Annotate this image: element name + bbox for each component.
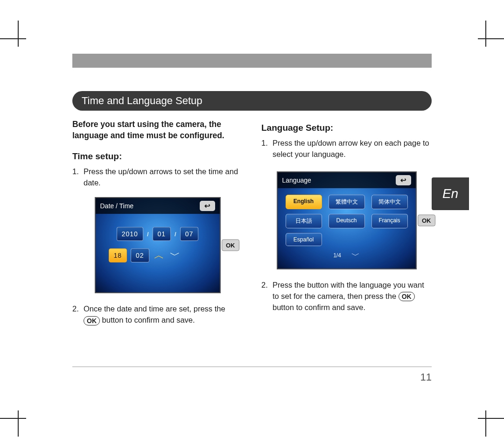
ok-button[interactable]: OK [418, 214, 435, 226]
footer-rule [72, 367, 432, 367]
arrow-down-icon[interactable]: ﹀ [351, 250, 360, 261]
language-title: Language [282, 177, 311, 184]
lang-option-english[interactable]: English [286, 195, 322, 209]
datetime-screen: Date / Time ↩ 2010 / 01 / 07 18 02 ︿ [95, 197, 221, 293]
ok-button[interactable]: OK [222, 240, 239, 251]
page-number: 11 [420, 371, 432, 383]
hour-field[interactable]: 18 [109, 248, 127, 262]
intro-text: Before you start using the camera, the l… [72, 119, 243, 141]
day-field[interactable]: 07 [180, 227, 199, 241]
lang-steps: 1. Press the up/down arrow key on each p… [261, 138, 432, 160]
ok-icon: OK [84, 316, 100, 325]
lang-step-1: 1. Press the up/down arrow key on each p… [261, 138, 432, 160]
year-field[interactable]: 2010 [117, 227, 143, 241]
datetime-screen-wrap: Date / Time ↩ 2010 / 01 / 07 18 02 ︿ [95, 197, 221, 293]
time-step-1-text: Press the up/down arrows to set the time… [84, 167, 238, 187]
language-grid: English 繁體中文 简体中文 日本語 Deutsch Français E… [278, 195, 416, 246]
lang-option-fr[interactable]: Français [371, 214, 408, 228]
datetime-header: Date / Time ↩ [96, 198, 220, 214]
back-button[interactable]: ↩ [200, 201, 215, 211]
header-bar [72, 54, 432, 68]
datetime-title: Date / Time [100, 202, 134, 210]
lang-option-tc[interactable]: 繁體中文 [329, 195, 365, 209]
arrow-down-icon[interactable]: ﹀ [169, 248, 181, 262]
page-content: Time and Language Setup Before you start… [72, 54, 432, 334]
lang-option-es[interactable]: Español [286, 233, 322, 246]
time-setup-heading: Time setup: [72, 151, 243, 162]
time-steps: 1. Press the up/down arrows to set the t… [72, 166, 243, 189]
lang-option-de[interactable]: Deutsch [329, 214, 365, 228]
language-tab: En [432, 177, 469, 210]
minute-field[interactable]: 02 [131, 248, 149, 262]
arrow-up-icon[interactable]: ︿ [153, 248, 165, 262]
page-indicator-row: 1/4 ﹀ [278, 250, 416, 261]
ok-icon: OK [399, 292, 415, 301]
month-field[interactable]: 01 [153, 227, 171, 241]
lang-steps-2: 2. Press the button with the language yo… [261, 280, 432, 313]
time-step-2: 2. Once the date and time are set, press… [72, 304, 243, 326]
page-indicator: 1/4 [333, 252, 341, 259]
date-row: 2010 / 01 / 07 [96, 227, 220, 241]
lang-option-sc[interactable]: 简体中文 [371, 195, 408, 209]
lang-step-2: 2. Press the button with the language yo… [261, 280, 432, 313]
right-column: Language Setup: 1. Press the up/down arr… [261, 119, 432, 334]
time-steps-2: 2. Once the date and time are set, press… [72, 304, 243, 326]
language-header: Language ↩ [278, 172, 416, 188]
time-step-1: 1. Press the up/down arrows to set the t… [72, 166, 243, 189]
columns: Before you start using the camera, the l… [72, 119, 432, 334]
lang-step-1-text: Press the up/down arrow key on each page… [273, 139, 429, 158]
section-title: Time and Language Setup [72, 91, 432, 111]
language-screen-wrap: Language ↩ English 繁體中文 简体中文 日本語 Deutsch… [277, 171, 417, 269]
back-button[interactable]: ↩ [396, 175, 411, 185]
language-screen: Language ↩ English 繁體中文 简体中文 日本語 Deutsch… [277, 171, 417, 269]
language-setup-heading: Language Setup: [261, 123, 432, 133]
left-column: Before you start using the camera, the l… [72, 119, 243, 334]
time-row: 18 02 ︿ ﹀ [109, 248, 220, 262]
lang-option-jp[interactable]: 日本語 [286, 214, 322, 228]
